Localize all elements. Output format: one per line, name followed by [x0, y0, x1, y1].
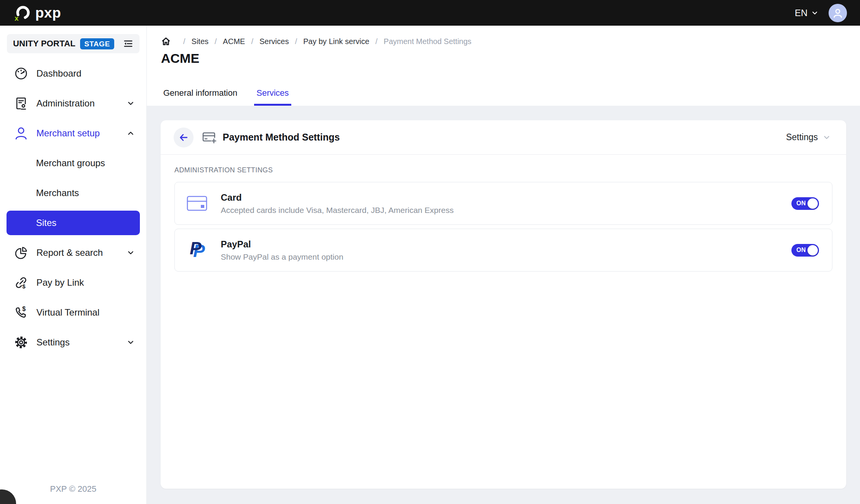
panel-header: Payment Method Settings Settings: [161, 120, 846, 155]
pxp-logo-icon: x: [13, 4, 31, 22]
sidebar-item-virtual-terminal[interactable]: $ Virtual Terminal: [0, 298, 146, 327]
breadcrumb-separator: /: [183, 37, 185, 46]
sidebar-header: UNITY PORTAL STAGE: [7, 34, 140, 53]
topbar: x pxp EN: [0, 0, 860, 26]
sidebar-item-label: Sites: [36, 218, 56, 228]
sidebar-item-label: Merchant setup: [36, 128, 100, 139]
breadcrumb-separator: /: [251, 37, 253, 46]
payment-method-settings-panel: Payment Method Settings Settings ADMINIS…: [161, 120, 846, 489]
brand-text: pxp: [35, 5, 61, 21]
sidebar-item-label: Settings: [36, 337, 70, 348]
payment-method-name: PayPal: [221, 239, 343, 250]
main-area: / Sites / ACME / Services / Pay by Link …: [147, 26, 860, 504]
section-label: ADMINISTRATION SETTINGS: [174, 166, 832, 174]
copyright: PXP © 2025: [0, 484, 146, 494]
breadcrumb-separator: /: [295, 37, 297, 46]
sidebar-item-merchant-setup[interactable]: Merchant setup: [0, 118, 146, 148]
breadcrumb-item-sites[interactable]: Sites: [192, 37, 208, 46]
dashboard-gauge-icon: [14, 67, 28, 80]
page-title: ACME: [161, 51, 860, 66]
sidebar-item-sites[interactable]: Sites: [7, 211, 140, 235]
breadcrumb-item-current: Payment Method Settings: [384, 37, 471, 46]
breadcrumb-item-services[interactable]: Services: [259, 37, 289, 46]
breadcrumb-home[interactable]: [161, 36, 171, 46]
toggle-knob: [807, 245, 818, 255]
link-dollar-icon: $: [14, 276, 28, 290]
breadcrumb-item-pay-by-link-service[interactable]: Pay by Link service: [303, 37, 369, 46]
panel-settings-label: Settings: [786, 132, 818, 142]
person-icon: [14, 126, 28, 140]
sidebar-item-settings[interactable]: Settings: [0, 327, 146, 357]
sidebar-item-label: Administration: [36, 98, 95, 109]
menu-fold-icon: [123, 38, 133, 49]
tab-services[interactable]: Services: [254, 88, 291, 106]
content-area: Payment Method Settings Settings ADMINIS…: [147, 106, 860, 504]
paypal-toggle[interactable]: ON: [791, 244, 819, 257]
breadcrumb: / Sites / ACME / Services / Pay by Link …: [161, 36, 860, 46]
chevron-down-icon: [126, 338, 135, 347]
portal-name: UNITY PORTAL: [13, 39, 75, 49]
back-button[interactable]: [174, 128, 194, 147]
card-add-icon: [202, 131, 217, 144]
payment-method-row-paypal: P P PayPal Show PayPal as a payment opti…: [174, 229, 832, 272]
page-head: / Sites / ACME / Services / Pay by Link …: [147, 26, 860, 106]
environment-badge: STAGE: [80, 38, 114, 49]
payment-method-name: Card: [221, 192, 454, 203]
sidebar-item-report-search[interactable]: Report & search: [0, 238, 146, 268]
sidebar-item-label: Merchant groups: [36, 158, 105, 169]
sidebar-nav: Dashboard Administration: [0, 59, 146, 357]
pie-chart-icon: [14, 246, 28, 260]
language-label: EN: [795, 8, 807, 18]
gear-icon: [14, 335, 28, 349]
panel-settings-dropdown[interactable]: Settings: [786, 132, 831, 142]
toggle-state-label: ON: [796, 247, 806, 254]
svg-text:$: $: [22, 283, 26, 290]
card-toggle[interactable]: ON: [791, 197, 819, 210]
tab-general-information[interactable]: General information: [161, 88, 240, 106]
arrow-left-icon: [179, 133, 189, 142]
user-avatar[interactable]: [829, 4, 847, 22]
sidebar-item-pay-by-link[interactable]: $ Pay by Link: [0, 268, 146, 298]
phone-dollar-icon: $: [14, 306, 28, 319]
sidebar: UNITY PORTAL STAGE Dashboard: [0, 26, 147, 504]
chevron-down-icon: [822, 133, 831, 142]
sidebar-item-dashboard[interactable]: Dashboard: [0, 59, 146, 88]
user-icon: [832, 7, 844, 19]
home-icon: [161, 36, 171, 46]
chevron-down-icon: [811, 9, 819, 17]
payment-method-description: Show PayPal as a payment option: [221, 252, 343, 262]
sidebar-collapse-button[interactable]: [123, 38, 133, 49]
breadcrumb-separator: /: [376, 37, 378, 46]
pxp-logo[interactable]: x pxp: [13, 4, 61, 22]
sidebar-item-merchants[interactable]: Merchants: [0, 178, 146, 208]
payment-method-description: Accepted cards include Visa, Mastercard,…: [221, 206, 454, 215]
sidebar-item-label: Dashboard: [36, 68, 81, 79]
breadcrumb-separator: /: [215, 37, 217, 46]
chevron-up-icon: [126, 129, 135, 137]
panel-title: Payment Method Settings: [223, 132, 340, 143]
svg-text:P: P: [190, 239, 202, 258]
paypal-icon: P P: [185, 239, 208, 261]
document-person-icon: [14, 97, 28, 110]
sidebar-item-administration[interactable]: Administration: [0, 88, 146, 118]
sidebar-item-label: Report & search: [36, 247, 103, 258]
chevron-down-icon: [126, 249, 135, 257]
chevron-down-icon: [126, 99, 135, 108]
payment-method-row-card: Card Accepted cards include Visa, Master…: [174, 182, 832, 225]
breadcrumb-item-acme[interactable]: ACME: [223, 37, 245, 46]
sidebar-item-merchant-groups[interactable]: Merchant groups: [0, 148, 146, 178]
sidebar-item-label: Virtual Terminal: [36, 307, 100, 318]
language-selector[interactable]: EN: [795, 8, 819, 18]
payment-method-list: Card Accepted cards include Visa, Master…: [174, 182, 832, 272]
toggle-knob: [807, 198, 818, 209]
svg-text:x: x: [15, 14, 19, 22]
toggle-state-label: ON: [796, 200, 806, 207]
credit-card-icon: [185, 195, 208, 212]
panel-body: ADMINISTRATION SETTINGS Card A: [161, 155, 846, 272]
tabs: General information Services: [161, 88, 291, 106]
sidebar-item-label: Pay by Link: [36, 277, 84, 288]
sidebar-item-label: Merchants: [36, 188, 79, 198]
svg-text:$: $: [22, 306, 26, 312]
